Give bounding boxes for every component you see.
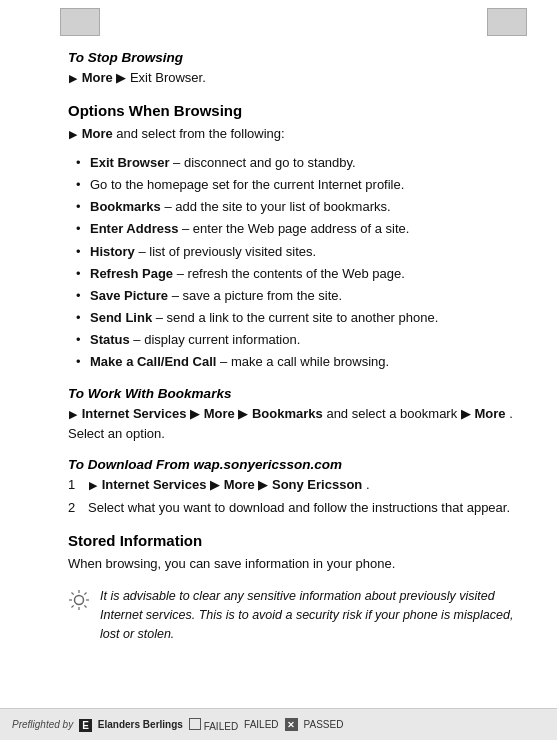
list-item: Status – display current information. (76, 330, 517, 350)
company-icon: E (79, 719, 92, 731)
options-section: Options When Browsing ▶ More and select … (68, 102, 517, 373)
item-desc: – disconnect and go to standby. (169, 155, 355, 170)
stored-title: Stored Information (68, 532, 517, 549)
options-more-label: More (82, 126, 113, 141)
stop-browsing-title: To Stop Browsing (68, 50, 517, 65)
top-box-left (60, 8, 100, 36)
item-desc: – save a picture from the site. (168, 288, 342, 303)
step-number-2: 2 (68, 498, 80, 518)
internet-services-2: Internet Services (102, 477, 207, 492)
stored-section: Stored Information When browsing, you ca… (68, 532, 517, 574)
more-label-4: More (224, 477, 255, 492)
item-term: Status (90, 332, 130, 347)
item-term: Bookmarks (90, 199, 161, 214)
item-desc: – enter the Web page address of a site. (178, 221, 409, 236)
bookmarks-arrow-line: ▶ Internet Services ▶ More ▶ Bookmarks a… (68, 404, 517, 443)
bookmarks-section: To Work With Bookmarks ▶ Internet Servic… (68, 386, 517, 443)
bk-sep1: ▶ (190, 406, 204, 421)
item-term: Make a Call/End Call (90, 354, 216, 369)
options-title: Options When Browsing (68, 102, 517, 119)
failed-text: FAILED (244, 719, 278, 730)
passed-text: PASSED (304, 719, 344, 730)
item-desc: – refresh the contents of the Web page. (173, 266, 405, 281)
top-decorative-boxes (60, 8, 100, 36)
download-title: To Download From wap.sonyericsson.com (68, 457, 517, 472)
list-item: Exit Browser – disconnect and go to stan… (76, 153, 517, 173)
failed-box: FAILED (189, 718, 238, 732)
tip-text: It is advisable to clear any sensitive i… (100, 587, 517, 643)
list-item: Refresh Page – refresh the contents of t… (76, 264, 517, 284)
more-label: More (82, 70, 113, 85)
item-desc: – send a link to the current site to ano… (152, 310, 438, 325)
passed-box: ✕ (285, 718, 298, 731)
download-section: To Download From wap.sonyericsson.com 1 … (68, 457, 517, 517)
options-intro: ▶ More and select from the following: (68, 124, 517, 144)
svg-line-6 (84, 605, 86, 607)
bk-sep2: ▶ (238, 406, 252, 421)
s1-end: . (366, 477, 370, 492)
svg-line-5 (72, 593, 74, 595)
item-term: Refresh Page (90, 266, 173, 281)
svg-line-8 (72, 605, 74, 607)
bookmarks-arrow-icon: ▶ (69, 406, 77, 423)
failed-label: FAILED (204, 721, 238, 732)
list-item: Save Picture – save a picture from the s… (76, 286, 517, 306)
list-item: Make a Call/End Call – make a call while… (76, 352, 517, 372)
stop-browsing-section: To Stop Browsing ▶ More ▶ Exit Browser. (68, 50, 517, 88)
list-item: 1 ▶ Internet Services ▶ More ▶ Sony Eric… (68, 475, 517, 495)
item-term: Send Link (90, 310, 152, 325)
more-label-2: More (204, 406, 235, 421)
step-number: 1 (68, 475, 80, 495)
e-logo: E (79, 719, 92, 732)
item-term: Exit Browser (90, 155, 169, 170)
company-name: Elanders Berlings (98, 719, 183, 730)
stop-browsing-arrow-line: ▶ More ▶ Exit Browser. (68, 68, 517, 88)
top-box-right (487, 8, 527, 36)
preflight-label: Preflighted by (12, 719, 73, 730)
list-item: History – list of previously visited sit… (76, 242, 517, 262)
main-content: To Stop Browsing ▶ More ▶ Exit Browser. … (68, 50, 517, 690)
stored-body: When browsing, you can save information … (68, 554, 517, 574)
step-text: ▶ Internet Services ▶ More ▶ Sony Ericss… (88, 475, 370, 495)
bk-text1: and select a bookmark ▶ (326, 406, 474, 421)
internet-services-label: Internet Services (82, 406, 187, 421)
bookmarks-label: Bookmarks (252, 406, 323, 421)
passed-checkbox: ✕ (285, 718, 298, 731)
options-arrow-icon: ▶ (69, 126, 77, 143)
list-item: 2 Select what you want to download and f… (68, 498, 517, 518)
arrow-icon: ▶ (69, 70, 77, 87)
item-term: Enter Address (90, 221, 178, 236)
s1-sep1: ▶ (210, 477, 224, 492)
failed-checkbox (189, 718, 201, 730)
item-desc: Go to the homepage set for the current I… (90, 177, 404, 192)
list-item: Enter Address – enter the Web page addre… (76, 219, 517, 239)
step1-arrow: ▶ (89, 477, 97, 494)
sony-ericsson-label: Sony Ericsson (272, 477, 362, 492)
list-item: Go to the homepage set for the current I… (76, 175, 517, 195)
step-text-2: Select what you want to download and fol… (88, 498, 510, 518)
list-item: Bookmarks – add the site to your list of… (76, 197, 517, 217)
item-desc: – display current information. (130, 332, 301, 347)
item-term: History (90, 244, 135, 259)
options-intro-rest: and select from the following: (116, 126, 284, 141)
download-steps: 1 ▶ Internet Services ▶ More ▶ Sony Eric… (68, 475, 517, 517)
tip-sun-icon (68, 589, 90, 611)
item-desc: – list of previously visited sites. (135, 244, 316, 259)
options-bullet-list: Exit Browser – disconnect and go to stan… (76, 153, 517, 372)
stop-browsing-rest: ▶ Exit Browser. (116, 70, 205, 85)
more-label-3: More (474, 406, 505, 421)
page-container: To Stop Browsing ▶ More ▶ Exit Browser. … (0, 0, 557, 740)
s1-sep2: ▶ (258, 477, 272, 492)
svg-line-7 (84, 593, 86, 595)
item-desc: – make a call while browsing. (216, 354, 389, 369)
list-item: Send Link – send a link to the current s… (76, 308, 517, 328)
bottom-bar: Preflighted by E Elanders Berlings FAILE… (0, 708, 557, 740)
item-term: Save Picture (90, 288, 168, 303)
svg-point-0 (75, 596, 84, 605)
tip-box: It is advisable to clear any sensitive i… (68, 587, 517, 643)
bookmarks-title: To Work With Bookmarks (68, 386, 517, 401)
item-desc: – add the site to your list of bookmarks… (161, 199, 391, 214)
